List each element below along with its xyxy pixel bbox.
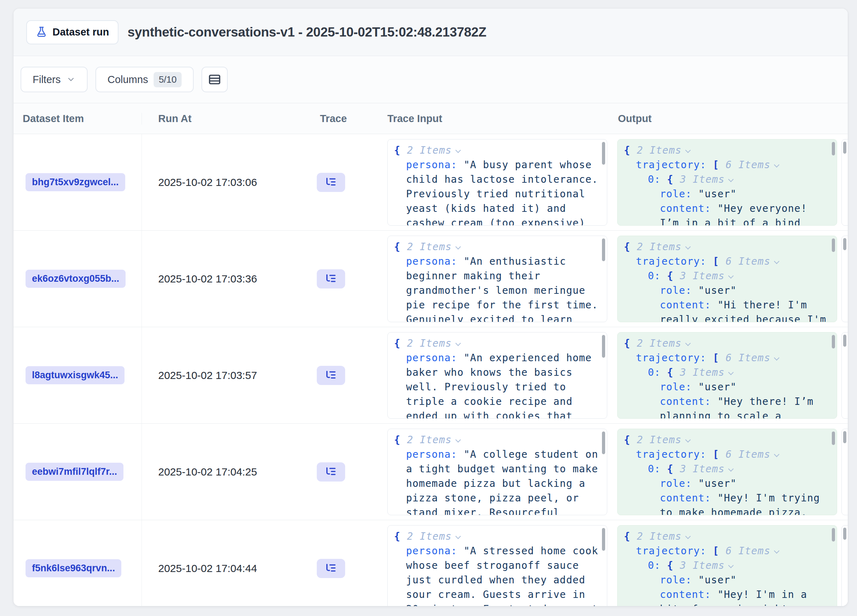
rows-icon	[208, 73, 221, 86]
columns-count-badge: 5/10	[153, 72, 182, 87]
dataset-item-badge[interactable]: bhg7t5xv9zgwcel...	[26, 173, 125, 191]
scrollbar-thumb[interactable]	[602, 335, 605, 358]
output-panel[interactable]: { 2 Items trajectory: [ 6 Items 0: { 3 I…	[617, 332, 837, 419]
collapse-chevron-icon[interactable]	[774, 452, 780, 457]
columns-button[interactable]: Columns 5/10	[96, 67, 194, 92]
scrollbar-thumb[interactable]	[602, 528, 605, 551]
scrollbar-thumb[interactable]	[832, 528, 835, 542]
list-tree-icon	[325, 466, 337, 478]
scrollbar-thumb[interactable]	[602, 142, 605, 165]
next-column-panel	[842, 525, 848, 606]
trace-button[interactable]	[317, 462, 345, 481]
list-tree-icon	[325, 369, 337, 381]
items-toggle[interactable]: 6 Items	[726, 449, 770, 460]
filters-button-label: Filters	[32, 74, 61, 85]
items-toggle[interactable]: 6 Items	[726, 159, 770, 171]
collapse-chevron-icon[interactable]	[455, 244, 461, 250]
items-toggle[interactable]: 3 Items	[680, 173, 725, 185]
collapse-chevron-icon[interactable]	[728, 466, 734, 472]
scrollbar-thumb[interactable]	[832, 142, 835, 155]
collapse-chevron-icon[interactable]	[728, 563, 734, 568]
collapse-chevron-icon[interactable]	[455, 437, 461, 443]
scrollbar-thumb[interactable]	[843, 334, 846, 347]
items-toggle[interactable]: 2 Items	[637, 241, 681, 253]
run-at-value: 2025-10-02 17:03:36	[142, 273, 257, 285]
collapse-chevron-icon[interactable]	[728, 273, 734, 279]
items-toggle[interactable]: 2 Items	[407, 531, 452, 542]
toolbar: Filters Columns 5/10	[14, 56, 848, 103]
items-toggle[interactable]: 6 Items	[726, 255, 770, 267]
collapse-chevron-icon[interactable]	[455, 341, 461, 346]
run-at-value: 2025-10-02 17:04:44	[142, 562, 257, 574]
collapse-chevron-icon[interactable]	[774, 355, 780, 361]
collapse-chevron-icon[interactable]	[455, 148, 461, 153]
scrollbar-thumb[interactable]	[832, 335, 835, 348]
output-panel[interactable]: { 2 Items trajectory: [ 6 Items 0: { 3 I…	[617, 429, 837, 515]
collapse-chevron-icon[interactable]	[774, 162, 780, 168]
table-row: f5nk6lse963qrvn... 2025-10-02 17:04:44 {…	[14, 520, 848, 606]
dataset-item-badge[interactable]: l8agtuwxisgwk45...	[26, 366, 124, 384]
next-column-panel	[842, 139, 848, 226]
table-row: l8agtuwxisgwk45... 2025-10-02 17:03:57 {…	[14, 327, 848, 424]
items-toggle[interactable]: 2 Items	[407, 337, 452, 349]
collapse-chevron-icon[interactable]	[685, 534, 691, 539]
items-toggle[interactable]: 6 Items	[726, 352, 770, 364]
trace-input-panel[interactable]: { 2 Items persona: "An enthusiastic begi…	[387, 235, 607, 322]
trace-input-panel[interactable]: { 2 Items persona: "An experienced home …	[387, 332, 607, 419]
collapse-chevron-icon[interactable]	[455, 534, 461, 539]
scrollbar-thumb[interactable]	[832, 432, 835, 445]
collapse-chevron-icon[interactable]	[685, 244, 691, 250]
list-tree-icon	[325, 176, 337, 189]
scrollbar-thumb[interactable]	[832, 238, 835, 252]
scrollbar-thumb[interactable]	[843, 431, 846, 443]
trace-button[interactable]	[317, 366, 345, 385]
items-toggle[interactable]: 2 Items	[637, 531, 681, 542]
items-toggle[interactable]: 2 Items	[407, 144, 452, 156]
items-toggle[interactable]: 3 Items	[680, 463, 725, 475]
collapse-chevron-icon[interactable]	[774, 548, 780, 554]
dataset-item-badge[interactable]: f5nk6lse963qrvn...	[26, 559, 121, 577]
trace-input-panel[interactable]: { 2 Items persona: "A stressed home cook…	[387, 525, 607, 606]
dataset-run-badge: Dataset run	[26, 20, 119, 44]
list-tree-icon	[325, 273, 337, 285]
collapse-chevron-icon[interactable]	[685, 341, 691, 346]
collapse-chevron-icon[interactable]	[685, 148, 691, 153]
items-toggle[interactable]: 2 Items	[637, 144, 681, 156]
chevron-down-icon	[67, 75, 76, 84]
items-toggle[interactable]: 2 Items	[637, 337, 681, 349]
items-toggle[interactable]: 3 Items	[680, 367, 725, 378]
columns-button-label: Columns	[107, 74, 148, 85]
scrollbar-thumb[interactable]	[843, 238, 846, 250]
collapse-chevron-icon[interactable]	[685, 437, 691, 443]
column-header-run-at: Run At	[142, 113, 303, 125]
items-toggle[interactable]: 6 Items	[726, 545, 770, 557]
dataset-item-badge[interactable]: eebwi7mfil7lqlf7r...	[26, 463, 124, 481]
output-panel[interactable]: { 2 Items trajectory: [ 6 Items 0: { 3 I…	[617, 139, 837, 226]
scrollbar-thumb[interactable]	[843, 142, 846, 154]
output-panel[interactable]: { 2 Items trajectory: [ 6 Items 0: { 3 I…	[617, 235, 837, 322]
items-toggle[interactable]: 2 Items	[407, 434, 452, 446]
dataset-run-badge-label: Dataset run	[53, 26, 109, 38]
row-height-button[interactable]	[201, 67, 228, 92]
scrollbar-thumb[interactable]	[602, 432, 605, 454]
trace-button[interactable]	[317, 559, 345, 578]
dataset-item-badge[interactable]: ek6oz6vtoxg055b...	[26, 270, 125, 288]
output-panel[interactable]: { 2 Items trajectory: [ 6 Items 0: { 3 I…	[617, 525, 837, 606]
trace-input-panel[interactable]: { 2 Items persona: "A college student on…	[387, 429, 607, 515]
flask-icon	[36, 26, 48, 38]
scrollbar-thumb[interactable]	[602, 238, 605, 261]
scrollbar-thumb[interactable]	[843, 528, 846, 540]
collapse-chevron-icon[interactable]	[728, 370, 734, 375]
filters-button[interactable]: Filters	[20, 67, 88, 92]
trace-button[interactable]	[317, 269, 345, 288]
column-header-trace: Trace	[303, 113, 381, 125]
trace-input-panel[interactable]: { 2 Items persona: "A busy parent whose …	[387, 139, 607, 226]
items-toggle[interactable]: 2 Items	[407, 241, 452, 253]
collapse-chevron-icon[interactable]	[774, 258, 780, 265]
run-at-value: 2025-10-02 17:03:57	[142, 369, 257, 381]
items-toggle[interactable]: 3 Items	[680, 560, 725, 571]
collapse-chevron-icon[interactable]	[728, 177, 734, 183]
items-toggle[interactable]: 2 Items	[637, 434, 681, 446]
trace-button[interactable]	[317, 173, 345, 192]
items-toggle[interactable]: 3 Items	[680, 270, 725, 282]
